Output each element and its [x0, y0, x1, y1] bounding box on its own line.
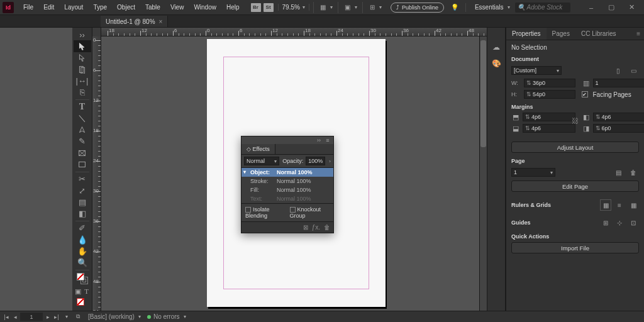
formatting-text-icon[interactable]: T [82, 286, 91, 297]
pasteboard[interactable]: ›› ≡ ◇ Effects Normal ▾ Opacity: [101, 36, 479, 311]
search-input[interactable]: 🔍 Adobe Stock [515, 3, 570, 13]
panel-menu-icon[interactable]: ≡ [633, 28, 644, 40]
pages-count-field[interactable]: 1 [593, 79, 645, 87]
content-collector-tool[interactable]: ⎘ [74, 87, 91, 98]
lightbulb-icon[interactable]: 💡 [449, 2, 460, 13]
menu-object[interactable]: Object [113, 4, 140, 11]
note-tool[interactable]: ✐ [74, 223, 91, 234]
gradient-swatch-tool[interactable]: ▤ [74, 196, 91, 208]
effects-row-fill[interactable]: Fill:Normal 100% [242, 186, 333, 194]
page-tool[interactable] [74, 64, 91, 75]
close-button[interactable]: ✕ [621, 1, 641, 14]
fill-stroke-swatch[interactable] [74, 272, 91, 286]
eyedropper-tool[interactable]: 💧 [74, 234, 91, 245]
menu-window[interactable]: Window [189, 4, 221, 11]
show-guides-icon[interactable]: ⊞ [600, 217, 611, 228]
opacity-stepper-icon[interactable]: › [328, 158, 331, 164]
orientation-landscape-icon[interactable]: ▭ [628, 65, 639, 76]
maximize-button[interactable]: ▢ [601, 1, 621, 14]
workspace-select[interactable]: Essentials ▾ [471, 4, 514, 11]
ruler-horizontal[interactable]: 181260612182430364248 [101, 28, 487, 36]
facing-pages-checkbox[interactable] [582, 91, 588, 97]
delete-page-icon[interactable]: 🗑 [628, 167, 639, 178]
margin-left-field[interactable]: ⇅4p6 [593, 113, 645, 121]
snap-guides-icon[interactable]: ⊡ [628, 217, 639, 228]
minimize-button[interactable]: – [581, 1, 601, 14]
direct-selection-tool[interactable] [74, 52, 91, 64]
pencil-tool[interactable]: ✎ [74, 136, 91, 147]
publish-online-button[interactable]: ⤴ Publish Online [391, 3, 444, 13]
height-field[interactable]: ⇅54p0 [524, 90, 575, 99]
clear-effects-icon[interactable]: ⊠ [303, 224, 308, 231]
menu-table[interactable]: Table [141, 4, 165, 11]
knockout-group-checkbox[interactable]: Knockout Group [290, 206, 330, 219]
screen-mode-button[interactable]: ▣▾ [338, 2, 361, 13]
zoom-dropdown[interactable]: 79.5% ▾ [278, 4, 309, 11]
selection-tool[interactable] [74, 40, 91, 52]
width-field[interactable]: ⇅36p0 [524, 79, 575, 87]
cc-libraries-icon[interactable]: ☁ [492, 43, 500, 52]
stepper-icon[interactable]: ⇅ [526, 91, 531, 97]
baseline-grid-icon[interactable]: ≡ [614, 199, 625, 211]
page-number-select[interactable]: 1▾ [511, 168, 555, 177]
stepper-icon[interactable]: ⇅ [526, 80, 531, 86]
import-file-button[interactable]: Import File [511, 242, 639, 253]
first-page-button[interactable]: |◂ [3, 313, 10, 321]
type-tool[interactable]: T [74, 101, 91, 113]
adjust-layout-button[interactable]: Adjust Layout [511, 142, 639, 153]
rectangle-frame-tool[interactable] [74, 147, 91, 158]
bridge-icon[interactable]: Br [251, 3, 261, 12]
effects-panel-tab[interactable]: ◇ Effects [242, 144, 275, 154]
rulers-icon[interactable]: ▦ [600, 199, 611, 211]
margin-top-field[interactable]: ⇅4p6 [523, 113, 575, 121]
view-options-button[interactable]: ▦▾ [313, 2, 336, 13]
free-transform-tool[interactable]: ⤢ [74, 185, 91, 196]
preflight-profile[interactable]: [Basic] (working) [88, 313, 135, 320]
gradient-feather-tool[interactable]: ◧ [74, 208, 91, 219]
opacity-field[interactable]: 100% [306, 157, 325, 165]
gap-tool[interactable]: |↔| [74, 75, 91, 86]
panel-menu-icon[interactable]: ≡ [325, 137, 331, 143]
blend-mode-select[interactable]: Normal ▾ [244, 157, 279, 165]
tab-properties[interactable]: Properties [506, 28, 547, 40]
apply-none-icon[interactable] [74, 297, 91, 311]
menu-type[interactable]: Type [89, 4, 111, 11]
grabber[interactable]: ›› [74, 29, 91, 40]
menu-edit[interactable]: Edit [39, 4, 58, 11]
preflight-errors[interactable]: No errors [153, 313, 180, 320]
isolate-blending-checkbox[interactable]: Isolate Blending [245, 206, 285, 219]
stock-icon[interactable]: St [264, 3, 274, 12]
menu-help[interactable]: Help [222, 4, 244, 11]
effects-row-object[interactable]: Object:Normal 100% [242, 168, 333, 177]
document-tab[interactable]: Untitled-1 @ 80% × [101, 16, 168, 27]
new-page-icon[interactable]: ▤ [613, 167, 624, 178]
tab-cclibraries[interactable]: CC Libraries [575, 28, 622, 40]
margin-right-field[interactable]: ⇅6p0 [593, 124, 645, 133]
tab-close-icon[interactable]: × [159, 18, 163, 25]
vertical-scrollbar[interactable] [479, 36, 487, 311]
menu-layout[interactable]: Layout [60, 4, 87, 11]
tab-pages[interactable]: Pages [547, 28, 575, 40]
menu-view[interactable]: View [166, 4, 189, 11]
scissors-tool[interactable]: ✂ [74, 174, 91, 185]
open-panel-icon[interactable]: ⧉ [74, 313, 82, 321]
margin-bottom-field[interactable]: ⇅4p6 [523, 124, 575, 133]
edit-page-button[interactable]: Edit Page [511, 180, 639, 192]
ruler-vertical[interactable]: 061218243036424854 [92, 36, 101, 311]
last-page-button[interactable]: ▸| [53, 313, 60, 321]
zoom-tool[interactable]: 🔍 [74, 257, 91, 269]
fx-icon[interactable]: ƒx. [312, 224, 320, 231]
page-number-field[interactable]: 1 [20, 313, 43, 321]
smart-guides-icon[interactable]: ⊹ [614, 217, 625, 228]
color-icon[interactable]: 🎨 [492, 59, 501, 68]
pen-tool[interactable] [74, 124, 91, 135]
orientation-portrait-icon[interactable]: ▯ [613, 65, 624, 76]
hand-tool[interactable]: ✋ [74, 245, 91, 257]
ruler-origin[interactable] [92, 28, 101, 36]
rectangle-tool[interactable] [74, 158, 91, 170]
link-margins-icon[interactable]: ⛓ [570, 116, 579, 125]
chevron-down-icon[interactable]: ▾ [64, 314, 68, 319]
arrange-button[interactable]: ⊞▾ [362, 2, 386, 13]
page-preset-select[interactable]: [Custom]▾ [511, 66, 562, 75]
panel-collapse-icon[interactable]: ›› [316, 137, 322, 143]
